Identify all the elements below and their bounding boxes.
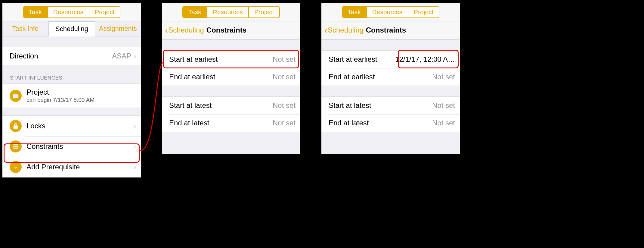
segmented-bar: Task Resources Project bbox=[321, 3, 460, 21]
chevron-right-icon: › bbox=[134, 163, 136, 171]
segmented-bar: Task Resources Project bbox=[2, 3, 141, 21]
nav-title: Constraints bbox=[366, 26, 406, 34]
locks-label: Locks bbox=[26, 122, 131, 130]
locks-row[interactable]: Locks › bbox=[2, 116, 141, 136]
end-earliest-label: End at earliest bbox=[329, 73, 432, 81]
tab-task-info[interactable]: Task Info bbox=[2, 21, 48, 36]
end-latest-value: Not set bbox=[273, 119, 296, 127]
arrow-down-icon bbox=[10, 161, 22, 173]
add-prereq-label: Add Prerequisite bbox=[26, 163, 131, 171]
seg-task[interactable]: Task bbox=[23, 7, 48, 17]
tabs: Task Info Scheduling Assignments bbox=[2, 21, 141, 36]
back-label[interactable]: Scheduling bbox=[328, 26, 364, 34]
lock-icon bbox=[10, 120, 22, 132]
nav-bar: ‹ Scheduling Constraints bbox=[162, 21, 300, 40]
start-earliest-value: Not set bbox=[273, 55, 296, 64]
chevron-right-icon: › bbox=[134, 122, 136, 130]
end-earliest-value: Not set bbox=[273, 73, 296, 81]
end-earliest-value: Not set bbox=[432, 73, 455, 81]
add-prereq-row[interactable]: Add Prerequisite › bbox=[2, 157, 141, 177]
start-latest-row[interactable]: Start at latest Not set bbox=[162, 97, 300, 114]
start-earliest-value: 12/1/17, 12:00 A… bbox=[395, 55, 455, 64]
seg-task[interactable]: Task bbox=[183, 7, 207, 17]
chevron-right-icon: › bbox=[134, 142, 136, 151]
end-latest-value: Not set bbox=[432, 119, 455, 127]
seg-project[interactable]: Project bbox=[89, 7, 120, 17]
constraints-icon bbox=[10, 140, 22, 152]
constraints-row[interactable]: Constraints › bbox=[2, 136, 141, 157]
briefcase-icon bbox=[10, 90, 22, 102]
seg-project[interactable]: Project bbox=[408, 7, 439, 17]
segmented-bar: Task Resources Project bbox=[162, 3, 300, 21]
start-latest-label: Start at latest bbox=[329, 101, 432, 110]
start-influences-header: START INFLUENCES bbox=[2, 73, 141, 83]
start-latest-label: Start at latest bbox=[169, 101, 273, 110]
nav-title: Constraints bbox=[206, 26, 246, 34]
chevron-right-icon: › bbox=[134, 52, 136, 60]
end-latest-label: End at latest bbox=[169, 119, 273, 127]
project-sublabel: can begin 7/13/17 8:00 AM bbox=[26, 97, 136, 103]
start-earliest-row[interactable]: Start at earliest 12/1/17, 12:00 A… bbox=[321, 51, 460, 68]
start-earliest-row[interactable]: Start at earliest Not set bbox=[162, 51, 300, 68]
seg-project[interactable]: Project bbox=[249, 7, 279, 17]
start-latest-value: Not set bbox=[273, 101, 296, 110]
start-earliest-label: Start at earliest bbox=[329, 55, 395, 64]
tab-scheduling[interactable]: Scheduling bbox=[48, 21, 95, 36]
seg-task[interactable]: Task bbox=[342, 7, 367, 17]
end-latest-label: End at latest bbox=[329, 119, 432, 127]
constraints-label: Constraints bbox=[26, 142, 131, 151]
back-label[interactable]: Scheduling bbox=[168, 26, 204, 34]
start-latest-row[interactable]: Start at latest Not set bbox=[321, 97, 460, 114]
seg-resources[interactable]: Resources bbox=[367, 7, 408, 17]
panel-scheduling: Task Resources Project Task Info Schedul… bbox=[2, 3, 141, 177]
start-latest-value: Not set bbox=[432, 101, 455, 110]
panel-constraints-2: Task Resources Project ‹ Scheduling Cons… bbox=[321, 3, 460, 154]
direction-row[interactable]: Direction ASAP › bbox=[2, 47, 141, 65]
seg-resources[interactable]: Resources bbox=[207, 7, 249, 17]
end-earliest-row[interactable]: End at earliest Not set bbox=[321, 68, 460, 86]
end-earliest-row[interactable]: End at earliest Not set bbox=[162, 68, 300, 86]
back-chevron-icon[interactable]: ‹ bbox=[324, 25, 327, 35]
tab-assignments[interactable]: Assignments bbox=[95, 21, 141, 36]
seg-resources[interactable]: Resources bbox=[48, 7, 89, 17]
direction-label: Direction bbox=[10, 52, 112, 60]
end-latest-row[interactable]: End at latest Not set bbox=[321, 114, 460, 132]
panel-constraints-1: Task Resources Project ‹ Scheduling Cons… bbox=[162, 3, 300, 154]
nav-bar: ‹ Scheduling Constraints bbox=[321, 21, 460, 40]
start-earliest-label: Start at earliest bbox=[169, 55, 273, 64]
back-chevron-icon[interactable]: ‹ bbox=[165, 25, 168, 35]
end-earliest-label: End at earliest bbox=[169, 73, 273, 81]
project-influence-row[interactable]: Project can begin 7/13/17 8:00 AM bbox=[2, 84, 141, 108]
direction-value: ASAP bbox=[112, 52, 131, 60]
end-latest-row[interactable]: End at latest Not set bbox=[162, 114, 300, 132]
project-label: Project bbox=[26, 88, 136, 96]
